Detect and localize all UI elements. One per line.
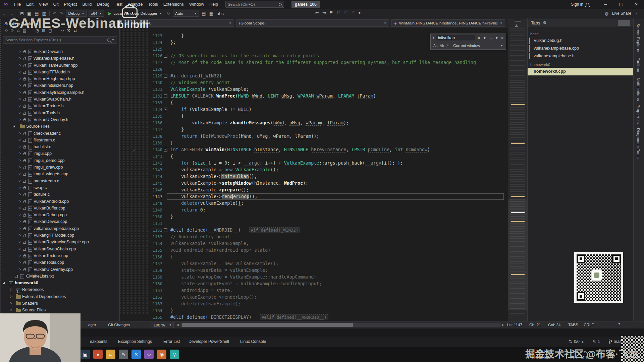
navigate-back-icon[interactable]: ← [0,11,8,16]
next-bookmark-icon[interactable]: ⚐ [342,10,350,15]
code-line[interactable]: 1155void android_main(android_app* state… [120,247,505,254]
collapsed-arrow-icon[interactable]: ▷ [19,152,21,155]
side-tab-toolbox[interactable]: Toolbox [636,58,640,72]
tree-item[interactable]: ▷·memstream.c [0,178,119,185]
code-line[interactable]: 1133{ [120,100,505,106]
collapsed-arrow-icon[interactable]: ▷ [19,131,21,135]
code-line[interactable]: 1154VulkanExample *vulkanExample; [120,240,505,247]
hot-reload-icon[interactable]: ⟐ [165,11,172,16]
indent-icon[interactable]: ⇤ [314,10,321,15]
code-line[interactable]: 1147 vulkanExample->renderLoop(); [120,193,505,200]
scroll-left-icon[interactable]: ◀ [176,323,179,326]
tree-item[interactable]: ▷·swap.c [0,185,119,191]
collapsed-arrow-icon[interactable]: ▷ [19,77,21,80]
side-tab-properties[interactable]: Properties [636,105,640,124]
tree-item[interactable]: ▷++VulkanAndroid.cpp [0,198,119,205]
code-line[interactable]: 1158 state->userData = vulkanExample; [120,267,505,274]
collapsed-arrow-icon[interactable]: ▷ [19,118,21,121]
tree-item[interactable]: ▷hVulkanSwapChain.h [0,96,119,103]
code-line[interactable]: 1143 vulkanExample = new VulkanExample()… [120,167,505,173]
fold-box-icon[interactable]: − [164,148,167,152]
tree-item[interactable]: ▷++VulkanSwapChain.cpp [0,246,119,253]
collapsed-arrow-icon[interactable]: ▷ [19,186,21,189]
panel-tab-partial[interactable]: ager [88,322,96,327]
chevron-down-icon[interactable]: ▼ [618,322,621,325]
collapsed-arrow-icon[interactable]: ▷ [19,165,21,169]
code-line[interactable]: 1152−#elif defined(__ANDROID__)#if defin… [120,227,505,234]
collapsed-arrow-icon[interactable]: ▷ [19,206,21,209]
tree-item[interactable]: ▷++imgui_draw.cpp [0,164,119,171]
code-line[interactable]: 1148 delete(vulkanExample); [120,200,505,207]
open-tab-item[interactable]: vulkanexamplebase.h [528,52,633,60]
find-next-icon[interactable]: → [488,36,493,40]
code-line[interactable]: 1159 state->onAppCmd = VulkanExample::ha… [120,274,505,281]
tool-window-tab[interactable]: Exception Settings [118,339,152,344]
tool-window-tab[interactable]: Developer PowerShell [189,339,229,344]
code-line[interactable]: 1162 vulkanExample->renderLoop(); [120,294,505,301]
open-tab-item[interactable]: homework0.cpp [528,68,633,75]
outdent-icon[interactable]: ⇥ [321,10,328,15]
code-line[interactable]: 1153// Android entry point [120,234,505,240]
menu-edit[interactable]: Edit [23,0,36,9]
minimize-button[interactable]: ─ [598,0,613,9]
collapsed-arrow-icon[interactable]: ▷ [19,145,21,148]
solution-explorer-search-input[interactable]: Search Solution Explorer (Ctrl+;) ▼ [3,36,117,44]
collapsed-arrow-icon[interactable]: ▷ [10,295,12,298]
code-line[interactable]: 1137 } [120,126,505,133]
tree-item[interactable]: ▷·hashlist.c [0,144,119,150]
tree-item[interactable]: ▷hVulkanInitializers.hpp [0,82,119,89]
bookmark-icon[interactable]: ⚑ [328,10,335,15]
tree-item[interactable]: ▷External Dependencies [0,294,119,300]
tree-item[interactable]: ▷++VulkanBuffer.cpp [0,205,119,212]
code-line[interactable]: 1145 vulkanExample->setupWindow(hInstanc… [120,180,505,187]
browser-orange-icon[interactable]: ◉ [157,350,166,359]
code-line[interactable]: 1163 delete(vulkanExample); [120,301,505,307]
find-history-icon[interactable]: ▼ [482,36,487,40]
open-tab-item[interactable]: vulkanexamplebase.cpp [528,45,633,52]
collapsed-arrow-icon[interactable]: ▷ [19,159,21,162]
editor-zoom-dropdown[interactable]: 100 %▼ [152,322,174,328]
notes-app-icon[interactable]: ✎ [119,350,128,359]
menu-project[interactable]: Project [61,0,80,9]
side-tab-notifications[interactable]: Notifications [636,78,640,101]
tree-item[interactable]: ▷hVulkanRaytracingSample.h [0,89,119,96]
code-line[interactable]: 1128 [120,66,505,73]
collapsed-arrow-icon[interactable]: ▷ [19,192,21,196]
menu-window[interactable]: Window [186,0,207,9]
code-line[interactable]: 1160 state->onInputEvent = VulkanExample… [120,281,505,287]
menu-view[interactable]: View [36,0,51,9]
vscode-icon[interactable]: ✕ [131,350,141,359]
code-line[interactable]: 1161 androidApp = state; [120,287,505,294]
collapsed-arrow-icon[interactable]: ▷ [19,199,21,203]
tree-item[interactable]: ▷++VulkanDevice.cpp [0,219,119,225]
code-line[interactable]: 1141{ [120,153,505,160]
code-line[interactable]: 1139} [120,140,505,146]
tree-item[interactable]: ▷·texture.c [0,191,119,198]
code-line[interactable]: 1164} [120,307,505,314]
prev-bookmark-icon[interactable]: ⚐ [335,10,342,15]
find-options-icon[interactable]: ▼ [494,36,499,40]
code-line[interactable]: 1142 for (size_t i = 0; i < __argc; i++)… [120,160,505,167]
tree-item[interactable]: ≡CMakeLists.txt [0,273,119,280]
fold-box-icon[interactable]: − [164,54,167,58]
code-line[interactable]: 1136 vulkanExample->handleMessages(hWnd,… [120,120,505,126]
horizontal-scrollbar[interactable] [180,323,500,327]
regex-icon[interactable]: .* [446,44,448,48]
git-pending-edits-button[interactable]: ✎ 1 [593,339,600,344]
collapsed-arrow-icon[interactable]: ▷ [19,240,21,243]
tree-item[interactable]: ▷++VulkanTexture.cpp [0,253,119,259]
code-line[interactable]: 1151 [120,220,505,227]
collapsed-arrow-icon[interactable]: ▷ [19,97,21,101]
split-editor-handle[interactable] [515,20,521,21]
code-line[interactable]: 1132−LRESULT CALLBACK WndProc(HWND hWnd,… [120,93,505,100]
code-line[interactable]: 1130// Windows entry point [120,79,505,86]
code-line[interactable]: 1150} [120,214,505,220]
code-line[interactable]: 1157 vulkanExample = new VulkanExample()… [120,260,505,267]
back-icon[interactable]: ⟲ [4,28,8,33]
collapsed-arrow-icon[interactable]: ▷ [10,308,12,311]
tree-item[interactable]: ▷References [0,287,119,293]
code-line[interactable]: 1149 return 0; [120,207,505,214]
code-line[interactable]: 1165#elif defined(_DIRECT2DISPLAY)#elif … [120,314,505,321]
menu-help[interactable]: Help [207,0,221,9]
tree-item[interactable]: ▷Shaders [0,300,119,307]
